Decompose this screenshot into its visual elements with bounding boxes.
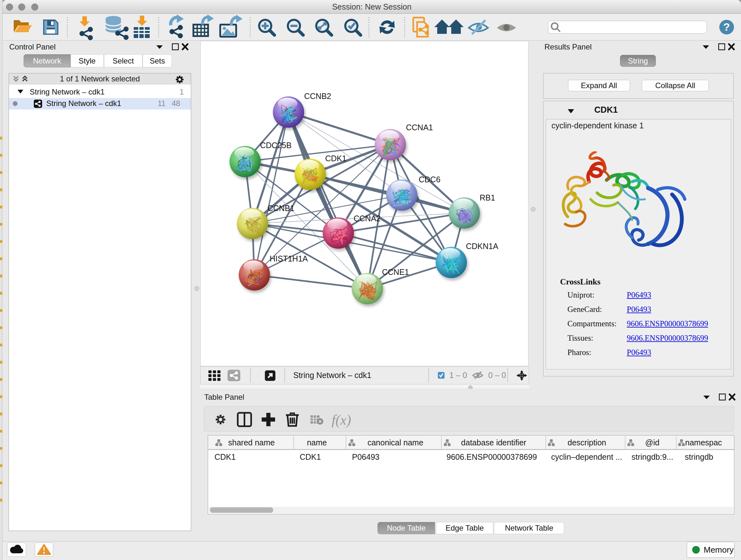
svg-text:stringdb:9...: stringdb:9... <box>631 452 673 461</box>
svg-text:RB1: RB1 <box>480 193 495 202</box>
svg-text:name: name <box>307 438 327 447</box>
svg-text:P06493: P06493 <box>352 452 380 461</box>
svg-text:0 – 0: 0 – 0 <box>488 371 506 380</box>
svg-text:CDC6: CDC6 <box>419 175 441 184</box>
svg-text:CDK1: CDK1 <box>214 452 236 461</box>
svg-text:1 – 0: 1 – 0 <box>449 371 467 380</box>
svg-text:database identifier: database identifier <box>461 438 526 447</box>
svg-text:CDK1: CDK1 <box>300 452 321 461</box>
svg-text:HIST1H1A: HIST1H1A <box>270 254 308 263</box>
svg-text:CCNB2: CCNB2 <box>304 91 331 101</box>
svg-text:CCNA1: CCNA1 <box>406 123 433 132</box>
svg-text:9606.ENSP00000378699: 9606.ENSP00000378699 <box>447 452 537 461</box>
svg-text:CCNB1: CCNB1 <box>267 204 294 212</box>
svg-text:?: ? <box>724 21 730 33</box>
svg-text:namespac: namespac <box>685 438 722 447</box>
svg-text:CDKN1A: CDKN1A <box>466 242 498 251</box>
svg-text:@id: @id <box>645 438 660 447</box>
svg-text:CCNA2: CCNA2 <box>354 214 381 223</box>
svg-text:CCNE1: CCNE1 <box>382 267 409 276</box>
svg-text:cyclin–dependent ...: cyclin–dependent ... <box>551 452 622 461</box>
svg-text:CDK1: CDK1 <box>325 154 347 163</box>
svg-text:String Network – cdk1: String Network – cdk1 <box>293 371 372 380</box>
svg-text:f(x): f(x) <box>332 412 351 428</box>
svg-text:shared name: shared name <box>228 438 275 447</box>
svg-text:stringdb: stringdb <box>685 452 713 461</box>
svg-text:description: description <box>568 438 606 447</box>
svg-text:CDC25B: CDC25B <box>260 141 292 150</box>
svg-text:canonical name: canonical name <box>367 438 423 447</box>
